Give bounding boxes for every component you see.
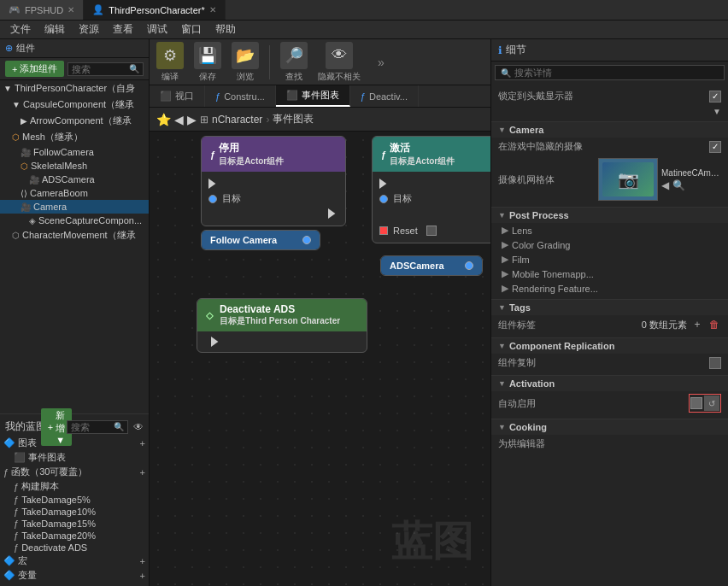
tree-item-char-movement[interactable]: ⬡ CharacterMovement（继承 bbox=[0, 227, 149, 243]
find-button[interactable]: 🔎 查找 bbox=[280, 42, 308, 83]
component-search-input[interactable] bbox=[72, 64, 129, 74]
details-search[interactable]: 🔍 bbox=[495, 65, 725, 80]
menu-edit[interactable]: 编辑 bbox=[38, 21, 72, 38]
menu-resource[interactable]: 资源 bbox=[72, 21, 106, 38]
tree-item-camera[interactable]: 🎥 Camera bbox=[0, 200, 149, 214]
component-tree: ▼ ThirdPersonCharacter（自身 ▼ CapsuleCompo… bbox=[0, 80, 149, 413]
thirdperson-close-icon[interactable]: ✕ bbox=[209, 5, 216, 15]
subsection-color-grading[interactable]: ▶ Color Grading bbox=[491, 237, 728, 252]
node-deactivate: ◇ Deactivate ADS 目标是Third Person Charact… bbox=[197, 298, 367, 353]
bp-takedamage5[interactable]: ƒ TakeDamage5% bbox=[0, 494, 149, 506]
breadcrumb-part2[interactable]: 事件图表 bbox=[273, 112, 314, 126]
post-process-triangle-icon: ▼ bbox=[498, 211, 506, 220]
add-component-label: 添加组件 bbox=[20, 62, 57, 75]
bp-event-graph[interactable]: ⬛ 事件图表 bbox=[0, 450, 149, 465]
post-process-title[interactable]: ▼ Post Process bbox=[491, 207, 728, 223]
graph-canvas[interactable]: ƒ 停用 目标是Actor组件 目标 bbox=[150, 132, 490, 586]
auto-activate-checkbox[interactable] bbox=[690, 397, 702, 409]
tab-construct[interactable]: ƒ Constru... bbox=[205, 85, 276, 107]
cooking-editor-label: 为烘编辑器 bbox=[498, 437, 721, 450]
tree-item-skeletal[interactable]: ⬡ SkeletalMesh bbox=[0, 159, 149, 173]
takedamage20-icon: ƒ bbox=[14, 530, 19, 541]
browse-button[interactable]: 📂 浏览 bbox=[232, 42, 259, 83]
bp-functions[interactable]: ƒ 函数（30可覆盖） + bbox=[0, 465, 149, 479]
deactivateads-label: Deactivate ADS bbox=[21, 542, 87, 553]
fpshud-close-icon[interactable]: ✕ bbox=[68, 5, 74, 15]
tab-thirdperson[interactable]: 👤 ThirdPersonCharacter* ✕ bbox=[84, 0, 226, 20]
breadcrumb-home-icon[interactable]: ⭐ bbox=[156, 113, 171, 126]
save-button[interactable]: 💾 保存 bbox=[194, 42, 221, 83]
bp-construct[interactable]: ƒ 构建脚本 bbox=[0, 479, 149, 494]
tree-item-thirdperson[interactable]: ▼ ThirdPersonCharacter（自身 bbox=[0, 80, 149, 97]
menu-debug[interactable]: 调试 bbox=[140, 21, 174, 38]
tree-item-scene-capture[interactable]: ◈ SceneCaptureCompon... bbox=[0, 214, 149, 227]
menu-window[interactable]: 窗口 bbox=[174, 21, 208, 38]
subsection-mobile-tonemapping[interactable]: ▶ Mobile Tonemapp... bbox=[491, 267, 728, 281]
subsection-rendering[interactable]: ▶ Rendering Feature... bbox=[491, 281, 728, 296]
node-disable-pin-exec-in bbox=[202, 177, 345, 190]
tab-viewport[interactable]: ⬛ 视口 bbox=[150, 85, 205, 107]
auto-activate-reset-icon[interactable]: ↺ bbox=[704, 396, 719, 411]
node-activate-pin-exec-in bbox=[373, 177, 490, 190]
hide-button[interactable]: 👁 隐藏不相关 bbox=[318, 42, 361, 83]
bp-takedamage20[interactable]: ƒ TakeDamage20% bbox=[0, 530, 149, 542]
breadcrumb-back-icon[interactable]: ◀ bbox=[174, 113, 184, 126]
bp-deactivate-ads[interactable]: ƒ Deactivate ADS bbox=[0, 542, 149, 554]
mesh-tree-label: Mesh（继承） bbox=[22, 131, 83, 144]
tags-title[interactable]: ▼ Tags bbox=[491, 299, 728, 315]
functions-add-icon[interactable]: + bbox=[140, 467, 145, 478]
tree-item-mesh[interactable]: ⬡ Mesh（继承） bbox=[0, 129, 149, 145]
tree-item-cameraboom[interactable]: ⟨⟩ CameraBoom bbox=[0, 186, 149, 200]
comp-rep-triangle-icon: ▼ bbox=[498, 342, 506, 350]
breadcrumb-forward-icon[interactable]: ▶ bbox=[187, 113, 197, 126]
tags-delete-icon[interactable]: 🗑 bbox=[707, 318, 721, 331]
component-search[interactable]: 🔍 bbox=[68, 62, 144, 76]
deactivate-diamond-icon: ◇ bbox=[206, 310, 213, 321]
blueprint-search-input[interactable] bbox=[71, 422, 114, 432]
activate-target-label: 目标 bbox=[393, 192, 412, 205]
camera-section-title[interactable]: ▼ Camera bbox=[491, 121, 728, 138]
tab-deactivate[interactable]: ƒ Deactiv... bbox=[350, 85, 419, 107]
subsection-film[interactable]: ▶ Film bbox=[491, 252, 728, 267]
comp-rep-checkbox[interactable] bbox=[709, 357, 721, 369]
bp-takedamage10[interactable]: ƒ TakeDamage10% bbox=[0, 506, 149, 518]
add-component-button[interactable]: + 添加组件 bbox=[5, 61, 64, 77]
tree-item-followcamera[interactable]: 🎥 FollowCamera bbox=[0, 145, 149, 159]
cooking-title[interactable]: ▼ Cooking bbox=[491, 419, 728, 435]
camera-triangle-icon: ▼ bbox=[498, 126, 506, 134]
compile-button[interactable]: ⚙ 编译 bbox=[156, 42, 184, 83]
macro-add-icon[interactable]: + bbox=[140, 556, 145, 566]
tab-event-graph[interactable]: ⬛ 事件图表 bbox=[276, 85, 350, 107]
node-deactivate-header: ◇ Deactivate ADS 目标是Third Person Charact… bbox=[197, 299, 367, 331]
camera-mesh-back-icon[interactable]: ◀ bbox=[661, 179, 669, 191]
lock-checkbox[interactable] bbox=[709, 91, 721, 103]
construct-tab-label: Constru... bbox=[224, 91, 265, 102]
node-deactivate-subtitle: 目标是Third Person Character bbox=[220, 315, 340, 327]
eye-icon[interactable]: 👁 bbox=[133, 421, 144, 433]
details-search-input[interactable] bbox=[514, 67, 719, 78]
bp-takedamage15[interactable]: ƒ TakeDamage15% bbox=[0, 518, 149, 530]
variables-add-icon[interactable]: + bbox=[140, 571, 145, 581]
comp-rep-title[interactable]: ▼ Component Replication bbox=[491, 337, 728, 354]
subsection-lens[interactable]: ▶ Lens bbox=[491, 223, 728, 237]
camera-mesh-search-icon[interactable]: 🔍 bbox=[672, 179, 685, 191]
bp-section-graph[interactable]: 🔷 图表 + bbox=[0, 436, 149, 450]
new-button[interactable]: + 新增▼ bbox=[50, 420, 63, 434]
menu-file[interactable]: 文件 bbox=[3, 21, 38, 38]
graph-add-icon[interactable]: + bbox=[140, 438, 145, 448]
activation-title[interactable]: ▼ Activation bbox=[491, 375, 728, 391]
menu-view[interactable]: 查看 bbox=[106, 21, 140, 38]
tree-item-arrow[interactable]: ▶ ArrowComponent（继承 bbox=[0, 113, 149, 129]
event-graph-label: 事件图表 bbox=[28, 451, 66, 464]
bp-macro[interactable]: 🔷 宏 + bbox=[0, 554, 149, 568]
tags-add-icon[interactable]: + bbox=[690, 318, 704, 331]
breadcrumb-part1[interactable]: nCharacter bbox=[212, 114, 262, 126]
tab-fpshud[interactable]: 🎮 FPSHUD ✕ bbox=[0, 0, 84, 20]
hide-in-game-checkbox[interactable] bbox=[709, 141, 721, 153]
bp-variables[interactable]: 🔷 变量 + bbox=[0, 568, 149, 583]
find-label: 查找 bbox=[285, 71, 302, 83]
tree-item-ads[interactable]: 🎥 ADSCamera bbox=[0, 173, 149, 186]
toolbar-overflow[interactable]: » bbox=[371, 56, 391, 69]
tree-item-capsule[interactable]: ▼ CapsuleComponent（继承 bbox=[0, 97, 149, 113]
menu-help[interactable]: 帮助 bbox=[208, 21, 243, 38]
